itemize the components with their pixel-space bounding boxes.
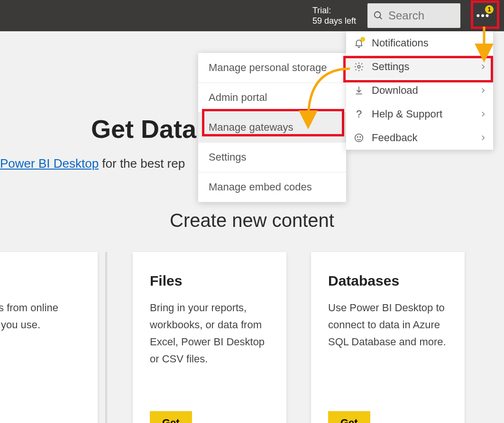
cards-row: ices e apps from online s that you use. …	[0, 252, 465, 423]
dropdown-item-feedback[interactable]: Feedback	[346, 126, 493, 150]
svg-point-5	[355, 134, 363, 142]
create-heading: Create new content	[0, 210, 504, 231]
card-description: Bring in your reports, workbooks, or dat…	[150, 299, 269, 368]
search-icon	[373, 10, 384, 21]
submenu-item-settings[interactable]: Settings	[198, 143, 346, 172]
card-databases: Databases Use Power BI Desktop to connec…	[311, 252, 465, 423]
get-button-files[interactable]: Get	[150, 411, 192, 423]
submenu-label: Manage personal storage	[209, 62, 327, 74]
smile-icon	[353, 133, 365, 143]
gear-icon	[353, 62, 365, 72]
dropdown-item-download[interactable]: Download	[346, 79, 493, 102]
options-dropdown: Notifications Settings Download ? Help &…	[346, 31, 493, 150]
card-desc-line: s that you use.	[0, 316, 81, 333]
dropdown-item-settings[interactable]: Settings	[346, 55, 493, 79]
dropdown-label: Help & Support	[372, 108, 442, 120]
trial-label: Trial:	[312, 5, 356, 16]
card-title: Databases	[328, 273, 448, 289]
submenu-label: Admin portal	[209, 91, 267, 104]
chevron-right-icon	[480, 132, 486, 144]
card-title: Files	[150, 273, 269, 289]
submenu-label: Settings	[209, 151, 247, 163]
card-desc-line: e apps from online	[0, 299, 81, 316]
help-icon: ?	[353, 108, 365, 120]
svg-point-4	[357, 65, 360, 68]
dropdown-label: Download	[372, 84, 418, 97]
dropdown-item-notifications[interactable]: Notifications	[346, 31, 493, 55]
svg-line-1	[380, 17, 382, 19]
submenu-item-manage-gateways[interactable]: Manage gateways	[198, 113, 346, 143]
card-title: ices	[0, 273, 81, 289]
vertical-divider	[105, 252, 107, 423]
page-title: Get Data	[91, 114, 196, 144]
dropdown-label: Feedback	[372, 132, 418, 144]
card-files: Files Bring in your reports, workbooks, …	[133, 252, 286, 423]
chevron-right-icon	[480, 108, 486, 120]
page-subtitle: Power BI Desktop for the best rep	[0, 156, 185, 171]
chevron-right-icon	[480, 84, 486, 97]
get-button-databases[interactable]: Get	[328, 411, 370, 423]
settings-submenu: Manage personal storage Admin portal Man…	[198, 53, 346, 202]
download-icon	[353, 85, 365, 96]
dropdown-label: Notifications	[372, 37, 429, 49]
notification-badge: 1	[485, 5, 494, 14]
desktop-link[interactable]: Power BI Desktop	[0, 156, 99, 171]
dropdown-label: Settings	[372, 61, 410, 73]
card-services: ices e apps from online s that you use. …	[0, 252, 98, 423]
svg-point-6	[357, 136, 358, 137]
submenu-item-personal-storage[interactable]: Manage personal storage	[198, 53, 346, 83]
dropdown-item-help[interactable]: ? Help & Support	[346, 102, 493, 126]
trial-days: 59 days left	[312, 16, 356, 26]
bell-icon	[353, 38, 365, 48]
submenu-item-admin-portal[interactable]: Admin portal	[198, 83, 346, 113]
submenu-item-embed-codes[interactable]: Manage embed codes	[198, 172, 346, 202]
search-container[interactable]	[367, 3, 460, 28]
svg-point-7	[360, 136, 360, 137]
submenu-label: Manage gateways	[209, 121, 293, 134]
subtitle-text: for the best rep	[99, 156, 185, 171]
annotation-arrow-down	[475, 27, 494, 66]
svg-point-0	[375, 12, 381, 18]
card-description: e apps from online s that you use.	[0, 299, 81, 333]
trial-info: Trial: 59 days left	[312, 5, 356, 26]
submenu-label: Manage embed codes	[209, 181, 312, 193]
top-bar: Trial: 59 days left ••• 1	[0, 0, 504, 31]
more-options-button[interactable]: ••• 1	[470, 2, 496, 29]
card-description: Use Power BI Desktop to connect to data …	[328, 299, 448, 351]
